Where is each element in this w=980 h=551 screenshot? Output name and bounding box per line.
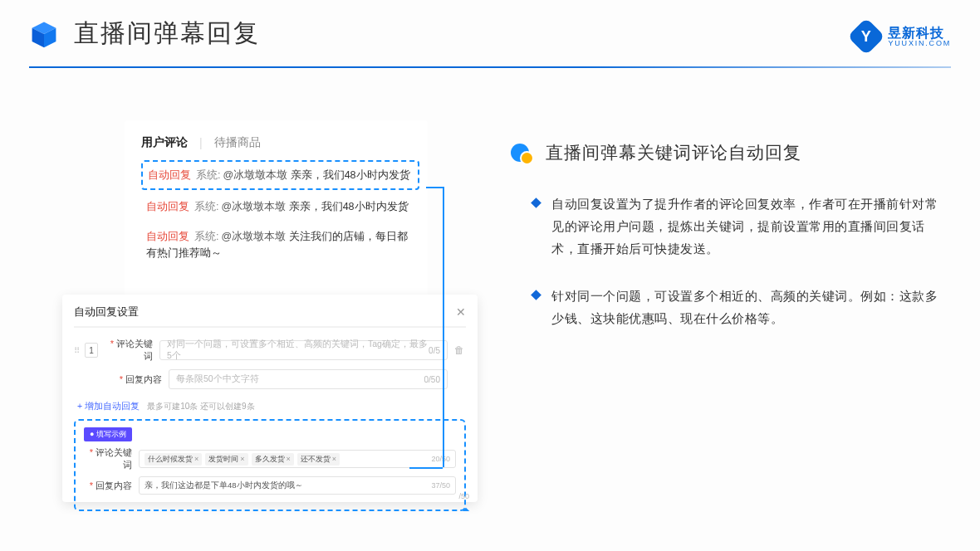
outer-count: /50	[458, 492, 469, 500]
diamond-icon	[531, 197, 541, 208]
bullet-1: 自动回复设置为了提升作者的评论回复效率，作者可在开播前针对常见的评论用户问题，提…	[511, 193, 947, 260]
example-box: ● 填写示例 *评论关键词 什么时候发货× 发货时间× 多久发货× 还不发货× …	[74, 419, 466, 511]
page-title: 直播间弹幕回复	[74, 17, 260, 51]
brand-cn: 昱新科技	[888, 27, 951, 40]
comments-card: 用户评论 | 待播商品 自动回复系统:@冰墩墩本墩 亲亲，我们48小时内发货 自…	[125, 120, 428, 307]
settings-title: 自动回复设置	[74, 305, 139, 319]
delete-icon[interactable]: 🗑	[454, 344, 466, 356]
brand-mark: Y	[848, 17, 885, 55]
example-keyword-input[interactable]: 什么时候发货× 发货时间× 多久发货× 还不发货× 20/50	[139, 450, 456, 468]
add-rule-link[interactable]: + 增加自动回复	[77, 401, 140, 412]
connector-line	[443, 187, 444, 467]
brand-en: YUUXIN.COM	[888, 40, 951, 47]
drag-icon[interactable]: ⠿	[74, 346, 78, 355]
settings-card: 自动回复设置 ✕ ⠿ 1 *评论关键词 对同一个问题，可设置多个相近、高频的关键…	[62, 295, 478, 502]
rule-index: 1	[85, 343, 98, 358]
close-icon[interactable]: ✕	[456, 305, 466, 319]
screenshot-composite: 用户评论 | 待播商品 自动回复系统:@冰墩墩本墩 亲亲，我们48小时内发货 自…	[62, 120, 478, 519]
brand-logo: Y 昱新科技 YUUXIN.COM	[853, 23, 951, 50]
comment-row: 自动回复系统:@冰墩墩本墩 亲亲，我们48小时内发货	[141, 192, 419, 222]
keyword-input[interactable]: 对同一个问题，可设置多个相近、高频的关键词，Tag确定，最多5个0/5	[159, 340, 448, 360]
description-panel: 直播间弹幕关键词评论自动回复 自动回复设置为了提升作者的评论回复效率，作者可在开…	[511, 141, 947, 354]
example-tag: ● 填写示例	[84, 427, 132, 441]
content-input[interactable]: 每条限50个中文字符0/50	[169, 369, 448, 389]
comment-row: 自动回复系统:@冰墩墩本墩 关注我们的店铺，每日都有热门推荐呦～	[141, 222, 419, 268]
diamond-icon	[531, 290, 541, 300]
header-rule	[29, 66, 951, 68]
tab-user-comments[interactable]: 用户评论	[141, 135, 188, 150]
slide-header: 直播间弹幕回复 Y 昱新科技 YUUXIN.COM	[29, 17, 951, 51]
example-content-input[interactable]: 亲，我们这边都是下单48小时内发货的哦～ 37/50	[139, 476, 456, 495]
limit-hint: 最多可建10条 还可以创建9条	[147, 402, 254, 411]
keyword-label: *评论关键词	[105, 338, 153, 363]
tab-pending-goods[interactable]: 待播商品	[214, 135, 261, 150]
connector-line	[409, 467, 443, 469]
bullet-2: 针对同一个问题，可设置多个相近的、高频的关键词。例如：这款多少钱、这块能优惠吗、…	[511, 285, 947, 329]
connector-line	[426, 187, 443, 188]
cube-icon	[29, 19, 59, 49]
content-label: *回复内容	[114, 373, 162, 386]
bubble-icon	[511, 144, 534, 162]
callout-arrow-icon	[463, 508, 469, 514]
section-title: 直播间弹幕关键词评论自动回复	[546, 141, 801, 164]
comment-row-highlighted: 自动回复系统:@冰墩墩本墩 亲亲，我们48小时内发货	[141, 160, 419, 190]
